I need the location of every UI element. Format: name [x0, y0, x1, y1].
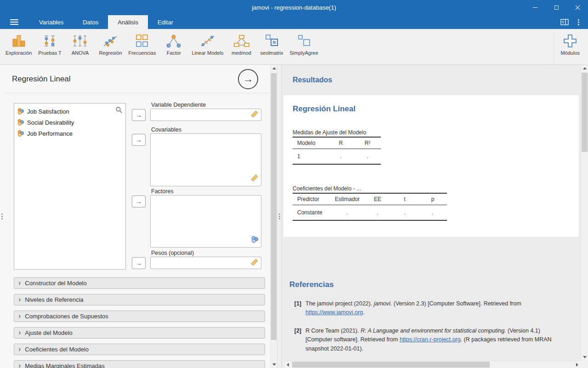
scroll-up-button[interactable]: [581, 65, 588, 72]
tab-variables[interactable]: Variables: [29, 15, 73, 29]
scroll-right-button[interactable]: [574, 361, 581, 368]
results-analysis-title: Regresión Lineal: [293, 104, 570, 114]
ribbon-item-regresion[interactable]: Regresión: [95, 32, 125, 56]
dependent-variable-box[interactable]: [150, 109, 261, 121]
options-scrollbar[interactable]: [270, 65, 277, 368]
scroll-down-button[interactable]: [271, 361, 277, 368]
nominal-balls-icon: [251, 236, 259, 245]
variable-item-social-desirability[interactable]: Social Desirability: [16, 117, 124, 128]
ribbon-label: Regresión: [99, 50, 122, 56]
ribbon-label: Módulos: [560, 50, 580, 56]
collapse-analysis-button[interactable]: →: [238, 69, 258, 89]
continuous-ruler-icon: [250, 258, 259, 268]
scroll-up-button[interactable]: [271, 65, 277, 72]
scroll-down-button[interactable]: [581, 354, 588, 361]
col-predictor: Predictor: [293, 193, 330, 205]
cran-link[interactable]: https://cran.r-project.org: [400, 336, 461, 343]
left-splitter[interactable]: [0, 65, 4, 368]
ribbon-item-exploracion[interactable]: Exploración: [3, 32, 34, 56]
ribbon-label: Linear Models: [192, 50, 223, 56]
section-ajuste-del-modelo[interactable]: › Ajuste del Modelo: [14, 327, 265, 339]
main-area: Regresión Lineal → Job Satisfaction: [0, 65, 588, 368]
linear-models-icon: [198, 33, 217, 49]
ribbon-item-medmod[interactable]: medmod: [226, 32, 257, 56]
scroll-left-button[interactable]: [284, 361, 291, 368]
section-constructor-del-modelo[interactable]: › Constructor del Modelo: [14, 277, 265, 289]
scrollbar-track[interactable]: [271, 72, 277, 361]
factors-box[interactable]: [150, 195, 261, 247]
ribbon-item-anova[interactable]: ANOVA: [65, 32, 95, 56]
jamovi-link[interactable]: https://www.jamovi.org: [305, 309, 363, 316]
kebab-menu-button[interactable]: [572, 17, 584, 28]
ribbon-item-factor[interactable]: Factor: [158, 32, 189, 56]
hamburger-menu-button[interactable]: [0, 15, 29, 29]
kebab-icon: [578, 19, 579, 25]
ribbon-label: Exploración: [6, 50, 32, 56]
maximize-button[interactable]: [546, 0, 567, 15]
modules-plus-icon: [561, 33, 579, 49]
ribbon-item-frecuencias[interactable]: Frecuencias: [125, 32, 158, 56]
scrollbar-thumb[interactable]: [271, 73, 277, 340]
nominal-variable-icon: [17, 108, 24, 115]
tab-editar[interactable]: Editar: [148, 15, 183, 29]
section-label: Comprobaciones de Supuestos: [25, 313, 108, 320]
assign-dependent-button[interactable]: →: [132, 109, 146, 121]
variable-item-job-performance[interactable]: Job Performance: [16, 128, 124, 139]
ribbon-item-pruebas-t[interactable]: Pruebas T: [34, 32, 65, 56]
section-medias-marginales-estimadas[interactable]: › Medias Marginales Estimadas: [14, 360, 265, 368]
weights-box[interactable]: [150, 257, 261, 269]
ribbon-label: Pruebas T: [38, 50, 62, 56]
scrollbar-track[interactable]: [581, 72, 588, 354]
assign-covariates-button[interactable]: →: [132, 134, 146, 146]
ribbon-item-seolmatrix[interactable]: seolmatrix: [257, 32, 287, 56]
section-coeficientes-del-modelo[interactable]: › Coeficientes del Modelo: [14, 344, 265, 355]
splitter-handle-icon: [1, 213, 3, 220]
results-horizontal-scrollbar[interactable]: [284, 361, 581, 368]
panel-splitter[interactable]: [277, 65, 282, 368]
section-label: Ajuste del Modelo: [25, 329, 72, 336]
splitter-handle-icon: [279, 213, 280, 220]
results-vertical-scrollbar[interactable]: [581, 65, 588, 361]
minimize-button[interactable]: [525, 0, 546, 15]
modules-button[interactable]: Módulos: [554, 32, 586, 64]
close-button[interactable]: [567, 0, 588, 15]
covariates-label: Covariables: [151, 126, 181, 133]
results-title: Resultados: [293, 76, 332, 84]
variable-name: Job Satisfaction: [27, 108, 69, 115]
ribbon-item-linear-models[interactable]: Linear Models: [189, 32, 226, 56]
panel-toggle-icon: [560, 19, 569, 25]
covariates-box[interactable]: [150, 133, 261, 186]
maximize-icon: [554, 6, 559, 10]
search-variables-button[interactable]: [115, 106, 123, 115]
chevron-right-icon: ›: [18, 329, 21, 336]
ribbon-label: ANOVA: [72, 50, 89, 56]
ribbon-item-simplyagree[interactable]: SimplyAgree: [287, 32, 321, 56]
assign-weights-button[interactable]: →: [132, 257, 146, 269]
results-panel-toggle-button[interactable]: [559, 17, 571, 28]
factor-icon: [164, 33, 183, 49]
reference-item-2: [2] R Core Team (2021). R: A Language an…: [289, 327, 570, 353]
tab-analisis[interactable]: Análisis: [108, 15, 148, 29]
table-header-row: Modelo R R²: [293, 137, 381, 149]
section-niveles-de-referencia[interactable]: › Niveles de Referencia: [14, 294, 265, 305]
section-label: Niveles de Referencia: [25, 296, 83, 303]
assign-factors-button[interactable]: →: [132, 196, 146, 207]
variable-item-job-satisfaction[interactable]: Job Satisfaction: [16, 106, 124, 117]
tab-datos[interactable]: Datos: [73, 15, 108, 29]
factors-label: Factores: [151, 188, 174, 195]
frequencies-icon: [133, 33, 151, 49]
scrollbar-thumb[interactable]: [292, 362, 490, 368]
simplyagree-icon: [295, 33, 313, 49]
scrollbar-thumb[interactable]: [582, 73, 588, 152]
regression-results-card[interactable]: Regresión Lineal Medidas de Ajuste del M…: [283, 95, 579, 237]
medmod-icon: [232, 33, 251, 49]
arrow-right-icon: →: [136, 136, 142, 144]
chevron-right-icon: ›: [18, 362, 21, 368]
triangle-up-icon: [272, 67, 276, 69]
analyses-ribbon: Exploración Pruebas T ANOVA: [0, 29, 588, 65]
dependent-variable-label: Variable Dependiente: [151, 102, 206, 108]
reference-item-1: [1] The jamovi project (2022). jamovi. (…: [289, 299, 570, 317]
section-comprobaciones-de-supuestos[interactable]: › Comprobaciones de Supuestos: [14, 310, 265, 322]
variable-name: Job Performance: [27, 130, 73, 137]
available-variables-list[interactable]: Job Satisfaction Social Desirability: [14, 103, 126, 270]
